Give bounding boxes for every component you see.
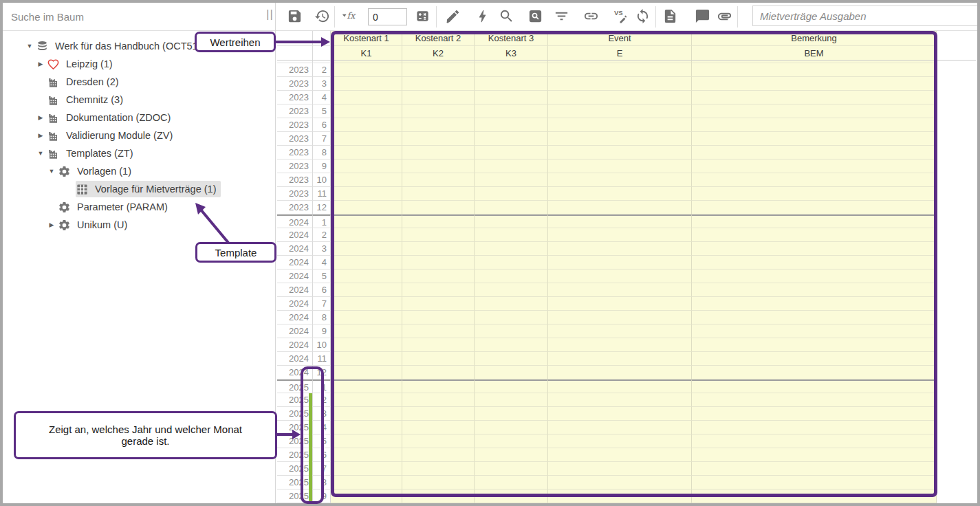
- grid-cell[interactable]: [692, 160, 937, 173]
- grid-cell[interactable]: [475, 173, 548, 187]
- grid-cell[interactable]: [475, 104, 548, 118]
- grid-cell[interactable]: [692, 311, 937, 324]
- grid-cell[interactable]: [692, 476, 937, 490]
- column-header-K2[interactable]: Kostenart 2: [402, 31, 475, 46]
- grid-cell[interactable]: [402, 393, 475, 407]
- grid-cell[interactable]: [548, 448, 692, 462]
- bolt-button[interactable]: [472, 8, 492, 27]
- grid-cell[interactable]: [331, 77, 402, 91]
- value-series-edit-button[interactable]: VS: [611, 8, 630, 27]
- tree-item-7[interactable]: ▼Vorlagen (1): [3, 162, 275, 180]
- cell-value-input[interactable]: [368, 8, 407, 25]
- history-button[interactable]: [312, 8, 331, 27]
- grid-cell[interactable]: [692, 462, 937, 476]
- grid-cell[interactable]: [692, 434, 937, 448]
- grid-cell[interactable]: [331, 146, 402, 160]
- grid-cell[interactable]: [548, 297, 692, 311]
- grid-cell[interactable]: [331, 352, 402, 366]
- search-button[interactable]: [497, 8, 516, 27]
- document-button[interactable]: [660, 8, 679, 27]
- column-header-BEM[interactable]: BEM: [692, 46, 937, 60]
- grid-cell[interactable]: [402, 352, 475, 366]
- grid-cell[interactable]: [331, 201, 402, 214]
- grid-cell[interactable]: [475, 366, 548, 380]
- grid-cell[interactable]: [692, 187, 937, 201]
- grid-cell[interactable]: [692, 380, 937, 393]
- expander-open-icon[interactable]: ▼: [45, 168, 58, 175]
- grid-cell[interactable]: [475, 421, 548, 434]
- grid-cell[interactable]: [475, 283, 548, 297]
- grid-cell[interactable]: [548, 91, 692, 104]
- grid-cell[interactable]: [548, 407, 692, 421]
- grid-cell[interactable]: [692, 270, 937, 283]
- grid-cell[interactable]: [475, 462, 548, 476]
- column-header-K2[interactable]: K2: [402, 46, 475, 60]
- grid-cell[interactable]: [475, 393, 548, 407]
- grid-cell[interactable]: [331, 434, 402, 448]
- grid-cell[interactable]: [475, 297, 548, 311]
- grid-cell[interactable]: [475, 146, 548, 160]
- grid-cell[interactable]: [402, 380, 475, 393]
- grid-cell[interactable]: [402, 228, 475, 242]
- grid-cell[interactable]: [548, 490, 692, 503]
- grid-cell[interactable]: [331, 132, 402, 146]
- grid-cell[interactable]: [402, 462, 475, 476]
- grid-cell[interactable]: [548, 324, 692, 338]
- grid-cell[interactable]: [402, 407, 475, 421]
- expander-open-icon[interactable]: ▼: [34, 150, 47, 157]
- grid-cell[interactable]: [331, 118, 402, 132]
- column-header-E[interactable]: E: [548, 46, 692, 60]
- grid-cell[interactable]: [548, 270, 692, 283]
- grid-cell[interactable]: [548, 63, 692, 77]
- grid-cell[interactable]: [331, 393, 402, 407]
- grid-cell[interactable]: [331, 490, 402, 503]
- grid-cell[interactable]: [331, 160, 402, 173]
- grid-cell[interactable]: [402, 256, 475, 270]
- grid-cell[interactable]: [475, 160, 548, 173]
- grid-cell[interactable]: [402, 63, 475, 77]
- grid-cell[interactable]: [331, 421, 402, 434]
- grid-cell[interactable]: [548, 173, 692, 187]
- grid-cell[interactable]: [331, 297, 402, 311]
- grid-cell[interactable]: [475, 214, 548, 228]
- grid-cell[interactable]: [402, 104, 475, 118]
- panel-resize-handle[interactable]: ||: [266, 8, 274, 21]
- grid-cell[interactable]: [331, 270, 402, 283]
- grid-cell[interactable]: [548, 434, 692, 448]
- grid-cell[interactable]: [548, 380, 692, 393]
- grid-cell[interactable]: [475, 242, 548, 256]
- grid-cell[interactable]: [692, 366, 937, 380]
- grid-cell[interactable]: [475, 324, 548, 338]
- grid-cell[interactable]: [548, 311, 692, 324]
- grid-cell[interactable]: [402, 146, 475, 160]
- column-header-K3[interactable]: Kostenart 3: [475, 31, 548, 46]
- grid-cell[interactable]: [331, 448, 402, 462]
- grid-cell[interactable]: [475, 311, 548, 324]
- grid-cell[interactable]: [548, 476, 692, 490]
- grid-cell[interactable]: [692, 242, 937, 256]
- grid-cell[interactable]: [692, 214, 937, 228]
- grid-cell[interactable]: [331, 366, 402, 380]
- expander-closed-icon[interactable]: ▶: [34, 60, 47, 67]
- tree-item-6[interactable]: ▼Templates (ZT): [3, 144, 275, 162]
- grid-cell[interactable]: [331, 462, 402, 476]
- grid-cell[interactable]: [548, 77, 692, 91]
- grid-cell[interactable]: [402, 448, 475, 462]
- grid-cell[interactable]: [402, 173, 475, 187]
- grid-cell[interactable]: [475, 63, 548, 77]
- grid-cell[interactable]: [402, 283, 475, 297]
- grid-cell[interactable]: [548, 146, 692, 160]
- grid-cell[interactable]: [331, 91, 402, 104]
- grid-cell[interactable]: [331, 242, 402, 256]
- grid-cell[interactable]: [692, 421, 937, 434]
- grid-cell[interactable]: [402, 324, 475, 338]
- grid-cell[interactable]: [475, 490, 548, 503]
- link-button[interactable]: [581, 8, 600, 27]
- grid-cell[interactable]: [402, 270, 475, 283]
- grid-cell[interactable]: [692, 146, 937, 160]
- grid-cell[interactable]: [548, 104, 692, 118]
- grid-cell[interactable]: [692, 104, 937, 118]
- save-button[interactable]: [285, 8, 304, 27]
- grid-cell[interactable]: [692, 283, 937, 297]
- attachment-button[interactable]: [715, 8, 734, 27]
